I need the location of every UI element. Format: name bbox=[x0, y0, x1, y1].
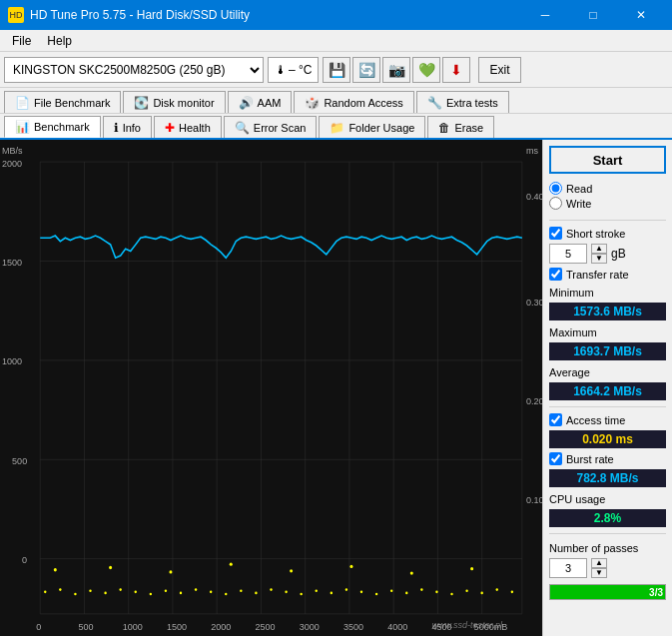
start-button[interactable]: Start bbox=[549, 146, 666, 174]
short-stroke-checkbox[interactable] bbox=[549, 227, 562, 240]
svg-point-64 bbox=[390, 589, 392, 592]
maximum-label: Maximum bbox=[549, 326, 666, 338]
svg-point-62 bbox=[360, 590, 362, 593]
svg-point-66 bbox=[420, 588, 422, 591]
maximum-value: 1693.7 MB/s bbox=[549, 342, 666, 360]
tab-info[interactable]: ℹ Info bbox=[103, 116, 152, 138]
menu-file[interactable]: File bbox=[4, 32, 39, 50]
cpu-usage-label: CPU usage bbox=[549, 493, 666, 505]
save-icon[interactable]: 💚 bbox=[412, 57, 440, 83]
chart-svg: MB/s 2000 1500 1000 500 0 ms 0.40 0.30 0… bbox=[0, 140, 542, 636]
file-benchmark-icon: 📄 bbox=[15, 96, 30, 110]
svg-text:0.20: 0.20 bbox=[526, 395, 542, 407]
minimum-value: 1573.6 MB/s bbox=[549, 303, 666, 320]
svg-text:0.40: 0.40 bbox=[526, 190, 542, 202]
random-access-icon: 🎲 bbox=[305, 96, 320, 110]
svg-text:1000: 1000 bbox=[2, 355, 22, 367]
passes-input[interactable] bbox=[549, 558, 587, 578]
svg-point-49 bbox=[165, 589, 167, 592]
disk-icon-2[interactable]: 🔄 bbox=[352, 57, 380, 83]
info-icon: ℹ bbox=[114, 121, 119, 135]
short-stroke-spinner-buttons: ▲ ▼ bbox=[591, 244, 607, 264]
camera-icon[interactable]: 📷 bbox=[382, 57, 410, 83]
transfer-rate-checkbox[interactable] bbox=[549, 268, 562, 281]
svg-text:4000: 4000 bbox=[387, 621, 407, 633]
svg-text:0.30: 0.30 bbox=[526, 296, 542, 308]
tab-benchmark[interactable]: 📊 Benchmark bbox=[4, 116, 101, 138]
app-icon: HD bbox=[8, 7, 24, 23]
tab-error-scan[interactable]: 🔍 Error Scan bbox=[224, 116, 318, 138]
svg-point-60 bbox=[331, 592, 333, 595]
svg-text:MB/s: MB/s bbox=[2, 145, 23, 157]
cpu-usage-value: 2.8% bbox=[549, 509, 666, 527]
burst-rate-label[interactable]: Burst rate bbox=[549, 452, 666, 465]
svg-point-63 bbox=[375, 593, 377, 596]
svg-point-48 bbox=[150, 593, 152, 596]
tabs-row-2: 📊 Benchmark ℹ Info ✚ Health 🔍 Error Scan… bbox=[0, 114, 672, 140]
transfer-rate-label[interactable]: Transfer rate bbox=[549, 268, 666, 281]
folder-usage-icon: 📁 bbox=[330, 121, 344, 135]
average-label: Average bbox=[549, 366, 666, 378]
svg-point-47 bbox=[135, 590, 137, 593]
drive-select[interactable]: KINGSTON SKC2500M8250G (250 gB) bbox=[4, 57, 264, 83]
burst-rate-checkbox[interactable] bbox=[549, 452, 562, 465]
divider-2 bbox=[549, 406, 666, 407]
erase-icon: 🗑 bbox=[438, 121, 450, 135]
exit-button[interactable]: Exit bbox=[478, 57, 520, 83]
svg-point-74 bbox=[109, 566, 112, 569]
close-button[interactable]: ✕ bbox=[618, 0, 664, 30]
svg-point-50 bbox=[180, 592, 182, 595]
short-stroke-down[interactable]: ▼ bbox=[591, 254, 607, 264]
svg-point-57 bbox=[285, 590, 287, 593]
maximize-button[interactable]: □ bbox=[570, 0, 616, 30]
svg-point-68 bbox=[450, 593, 452, 596]
progress-label: 3/3 bbox=[649, 587, 663, 598]
svg-point-54 bbox=[240, 589, 242, 592]
svg-point-41 bbox=[44, 590, 46, 593]
average-value: 1664.2 MB/s bbox=[549, 382, 666, 400]
tab-extra-tests[interactable]: 🔧 Extra tests bbox=[416, 91, 509, 113]
title-text: HD Tune Pro 5.75 - Hard Disk/SSD Utility bbox=[30, 8, 250, 22]
svg-point-80 bbox=[470, 567, 473, 570]
svg-text:0: 0 bbox=[22, 554, 27, 566]
read-radio[interactable] bbox=[549, 182, 562, 195]
svg-text:3500: 3500 bbox=[343, 621, 363, 633]
chart-area: MB/s 2000 1500 1000 500 0 ms 0.40 0.30 0… bbox=[0, 140, 542, 636]
svg-point-52 bbox=[210, 590, 212, 593]
short-stroke-up[interactable]: ▲ bbox=[591, 244, 607, 254]
short-stroke-label[interactable]: Short stroke bbox=[549, 227, 666, 240]
svg-text:0: 0 bbox=[36, 621, 41, 633]
minimize-button[interactable]: ─ bbox=[522, 0, 568, 30]
tab-health[interactable]: ✚ Health bbox=[154, 116, 222, 138]
download-icon[interactable]: ⬇ bbox=[442, 57, 470, 83]
tab-random-access[interactable]: 🎲 Random Access bbox=[294, 91, 413, 113]
svg-point-72 bbox=[511, 590, 513, 593]
svg-point-69 bbox=[465, 589, 467, 592]
passes-up[interactable]: ▲ bbox=[591, 558, 607, 568]
tab-erase[interactable]: 🗑 Erase bbox=[427, 116, 494, 138]
svg-point-71 bbox=[496, 588, 498, 591]
tab-aam[interactable]: 🔊 AAM bbox=[228, 91, 293, 113]
svg-point-43 bbox=[74, 593, 76, 596]
extra-tests-icon: 🔧 bbox=[427, 96, 442, 110]
window-controls: ─ □ ✕ bbox=[522, 0, 664, 30]
access-time-label[interactable]: Access time bbox=[549, 413, 666, 426]
tab-file-benchmark[interactable]: 📄 File Benchmark bbox=[4, 91, 121, 113]
svg-point-44 bbox=[89, 589, 91, 592]
title-bar: HD HD Tune Pro 5.75 - Hard Disk/SSD Util… bbox=[0, 0, 672, 30]
write-radio-label[interactable]: Write bbox=[549, 197, 666, 210]
progress-bar-fill: 3/3 bbox=[550, 585, 665, 599]
toolbar-icons: 💾 🔄 📷 💚 ⬇ bbox=[323, 57, 470, 83]
read-radio-label[interactable]: Read bbox=[549, 182, 666, 195]
write-radio[interactable] bbox=[549, 197, 562, 210]
svg-point-61 bbox=[345, 588, 347, 591]
access-time-value: 0.020 ms bbox=[549, 430, 666, 448]
menu-help[interactable]: Help bbox=[39, 32, 80, 50]
passes-down[interactable]: ▼ bbox=[591, 568, 607, 578]
disk-icon-1[interactable]: 💾 bbox=[323, 57, 350, 83]
tab-folder-usage[interactable]: 📁 Folder Usage bbox=[319, 116, 425, 138]
tab-disk-monitor[interactable]: 💽 Disk monitor bbox=[123, 91, 225, 113]
short-stroke-input[interactable] bbox=[549, 244, 587, 264]
access-time-checkbox[interactable] bbox=[549, 413, 562, 426]
svg-text:1500: 1500 bbox=[167, 621, 187, 633]
